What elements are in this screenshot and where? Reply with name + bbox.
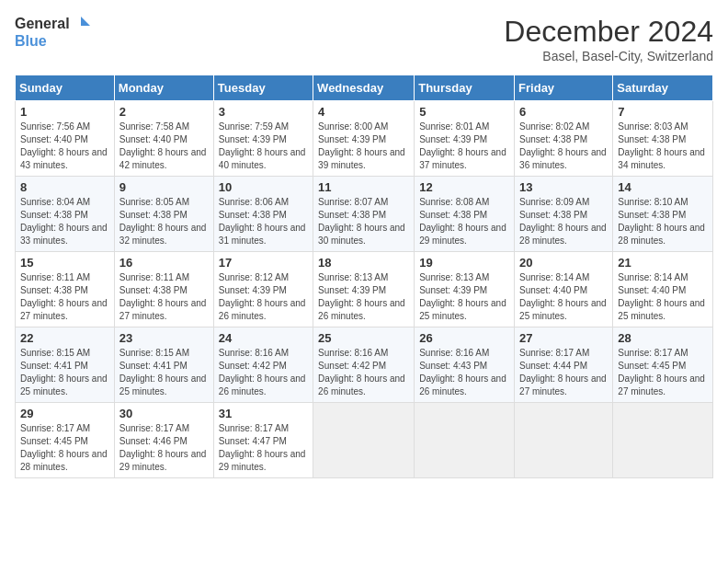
calendar-day-cell: 22 Sunrise: 8:15 AMSunset: 4:41 PMDaylig… — [16, 327, 115, 403]
calendar-day-cell: 12 Sunrise: 8:08 AMSunset: 4:38 PMDaylig… — [415, 177, 515, 252]
calendar-title: December 2024 — [504, 15, 713, 49]
day-info: Sunrise: 8:02 AMSunset: 4:38 PMDaylight:… — [519, 121, 607, 170]
day-info: Sunrise: 8:17 AMSunset: 4:45 PMDaylight:… — [618, 348, 705, 396]
calendar-day-cell: 6 Sunrise: 8:02 AMSunset: 4:38 PMDayligh… — [515, 101, 613, 177]
day-number: 25 — [318, 331, 409, 345]
calendar-day-cell: 29 Sunrise: 8:17 AMSunset: 4:45 PMDaylig… — [16, 403, 115, 478]
calendar-day-cell: 31 Sunrise: 8:17 AMSunset: 4:47 PMDaylig… — [213, 403, 313, 478]
day-info: Sunrise: 8:14 AMSunset: 4:40 PMDaylight:… — [519, 272, 607, 321]
day-info: Sunrise: 8:10 AMSunset: 4:38 PMDaylight:… — [618, 197, 705, 246]
day-number: 9 — [119, 180, 209, 194]
day-number: 4 — [318, 105, 409, 119]
day-number: 1 — [20, 105, 109, 119]
logo-blue-text: Blue — [15, 33, 90, 50]
calendar-day-cell: 13 Sunrise: 8:09 AMSunset: 4:38 PMDaylig… — [515, 177, 613, 252]
day-number: 20 — [519, 256, 608, 270]
calendar-day-header: Friday — [515, 75, 613, 101]
day-number: 29 — [20, 407, 109, 420]
page-header: General Blue December 2024 Basel, Basel-… — [15, 15, 713, 63]
day-info: Sunrise: 8:13 AMSunset: 4:39 PMDaylight:… — [318, 272, 405, 321]
calendar-day-header: Tuesday — [213, 75, 313, 101]
day-info: Sunrise: 8:17 AMSunset: 4:45 PMDaylight:… — [20, 423, 108, 472]
calendar-week-row: 29 Sunrise: 8:17 AMSunset: 4:45 PMDaylig… — [16, 403, 713, 478]
calendar-week-row: 1 Sunrise: 7:56 AMSunset: 4:40 PMDayligh… — [16, 101, 713, 177]
day-number: 26 — [419, 331, 509, 345]
logo-container: General Blue — [15, 15, 90, 50]
day-info: Sunrise: 8:14 AMSunset: 4:40 PMDaylight:… — [618, 272, 705, 321]
day-info: Sunrise: 7:56 AMSunset: 4:40 PMDaylight:… — [20, 121, 108, 170]
calendar-day-cell: 4 Sunrise: 8:00 AMSunset: 4:39 PMDayligh… — [313, 101, 415, 177]
logo: General Blue — [15, 15, 90, 50]
calendar-day-cell: 19 Sunrise: 8:13 AMSunset: 4:39 PMDaylig… — [415, 252, 515, 327]
calendar-day-cell: 26 Sunrise: 8:16 AMSunset: 4:43 PMDaylig… — [415, 327, 515, 403]
day-info: Sunrise: 8:11 AMSunset: 4:38 PMDaylight:… — [119, 272, 207, 321]
day-info: Sunrise: 8:05 AMSunset: 4:38 PMDaylight:… — [119, 197, 207, 246]
calendar-header-row: SundayMondayTuesdayWednesdayThursdayFrid… — [16, 75, 713, 101]
calendar-day-cell — [613, 403, 713, 478]
calendar-day-cell: 18 Sunrise: 8:13 AMSunset: 4:39 PMDaylig… — [313, 252, 415, 327]
day-number: 15 — [20, 256, 109, 270]
day-info: Sunrise: 8:01 AMSunset: 4:39 PMDaylight:… — [419, 121, 506, 170]
calendar-day-header: Sunday — [16, 75, 115, 101]
day-number: 10 — [219, 180, 308, 194]
calendar-day-cell: 14 Sunrise: 8:10 AMSunset: 4:38 PMDaylig… — [613, 177, 713, 252]
day-info: Sunrise: 8:08 AMSunset: 4:38 PMDaylight:… — [419, 197, 506, 246]
calendar-day-cell: 5 Sunrise: 8:01 AMSunset: 4:39 PMDayligh… — [415, 101, 515, 177]
calendar-day-cell: 1 Sunrise: 7:56 AMSunset: 4:40 PMDayligh… — [16, 101, 115, 177]
calendar-subtitle: Basel, Basel-City, Switzerland — [504, 49, 713, 63]
day-info: Sunrise: 8:07 AMSunset: 4:38 PMDaylight:… — [318, 197, 405, 246]
day-number: 5 — [419, 105, 509, 119]
calendar-day-cell — [415, 403, 515, 478]
day-info: Sunrise: 8:15 AMSunset: 4:41 PMDaylight:… — [119, 348, 207, 396]
title-area: December 2024 Basel, Basel-City, Switzer… — [504, 15, 713, 63]
calendar-week-row: 8 Sunrise: 8:04 AMSunset: 4:38 PMDayligh… — [16, 177, 713, 252]
day-info: Sunrise: 8:16 AMSunset: 4:42 PMDaylight:… — [219, 348, 306, 396]
calendar-day-header: Thursday — [415, 75, 515, 101]
day-info: Sunrise: 8:17 AMSunset: 4:44 PMDaylight:… — [519, 348, 607, 396]
calendar-day-cell: 23 Sunrise: 8:15 AMSunset: 4:41 PMDaylig… — [114, 327, 213, 403]
calendar-day-cell: 8 Sunrise: 8:04 AMSunset: 4:38 PMDayligh… — [16, 177, 115, 252]
day-number: 21 — [618, 256, 708, 270]
calendar-day-cell: 10 Sunrise: 8:06 AMSunset: 4:38 PMDaylig… — [213, 177, 313, 252]
day-info: Sunrise: 8:03 AMSunset: 4:38 PMDaylight:… — [618, 121, 705, 170]
day-number: 6 — [519, 105, 608, 119]
calendar-day-cell: 27 Sunrise: 8:17 AMSunset: 4:44 PMDaylig… — [515, 327, 613, 403]
calendar-day-cell: 24 Sunrise: 8:16 AMSunset: 4:42 PMDaylig… — [213, 327, 313, 403]
calendar-day-cell: 20 Sunrise: 8:14 AMSunset: 4:40 PMDaylig… — [515, 252, 613, 327]
logo-bird-icon — [72, 15, 90, 33]
day-number: 8 — [20, 180, 109, 194]
day-number: 31 — [219, 407, 308, 420]
calendar-day-header: Monday — [114, 75, 213, 101]
calendar-day-cell: 25 Sunrise: 8:16 AMSunset: 4:42 PMDaylig… — [313, 327, 415, 403]
day-info: Sunrise: 7:59 AMSunset: 4:39 PMDaylight:… — [219, 121, 306, 170]
calendar-day-cell: 3 Sunrise: 7:59 AMSunset: 4:39 PMDayligh… — [213, 101, 313, 177]
day-info: Sunrise: 8:16 AMSunset: 4:43 PMDaylight:… — [419, 348, 506, 396]
day-info: Sunrise: 7:58 AMSunset: 4:40 PMDaylight:… — [119, 121, 207, 170]
calendar-week-row: 15 Sunrise: 8:11 AMSunset: 4:38 PMDaylig… — [16, 252, 713, 327]
day-info: Sunrise: 8:09 AMSunset: 4:38 PMDaylight:… — [519, 197, 607, 246]
calendar-day-cell: 30 Sunrise: 8:17 AMSunset: 4:46 PMDaylig… — [114, 403, 213, 478]
logo-general-text: General — [15, 16, 70, 32]
calendar-day-cell: 21 Sunrise: 8:14 AMSunset: 4:40 PMDaylig… — [613, 252, 713, 327]
calendar-day-cell — [515, 403, 613, 478]
day-number: 24 — [219, 331, 308, 345]
day-info: Sunrise: 8:15 AMSunset: 4:41 PMDaylight:… — [20, 348, 108, 396]
calendar-table: SundayMondayTuesdayWednesdayThursdayFrid… — [15, 75, 713, 478]
day-info: Sunrise: 8:00 AMSunset: 4:39 PMDaylight:… — [318, 121, 405, 170]
day-info: Sunrise: 8:13 AMSunset: 4:39 PMDaylight:… — [419, 272, 506, 321]
day-number: 7 — [618, 105, 708, 119]
calendar-day-cell: 17 Sunrise: 8:12 AMSunset: 4:39 PMDaylig… — [213, 252, 313, 327]
day-info: Sunrise: 8:12 AMSunset: 4:39 PMDaylight:… — [219, 272, 306, 321]
day-number: 27 — [519, 331, 608, 345]
day-number: 12 — [419, 180, 509, 194]
day-number: 18 — [318, 256, 409, 270]
day-number: 11 — [318, 180, 409, 194]
day-number: 30 — [119, 407, 209, 420]
calendar-day-cell — [313, 403, 415, 478]
calendar-day-header: Saturday — [613, 75, 713, 101]
day-number: 13 — [519, 180, 608, 194]
day-info: Sunrise: 8:06 AMSunset: 4:38 PMDaylight:… — [219, 197, 306, 246]
day-number: 3 — [219, 105, 308, 119]
day-info: Sunrise: 8:17 AMSunset: 4:46 PMDaylight:… — [119, 423, 207, 472]
calendar-day-cell: 2 Sunrise: 7:58 AMSunset: 4:40 PMDayligh… — [114, 101, 213, 177]
